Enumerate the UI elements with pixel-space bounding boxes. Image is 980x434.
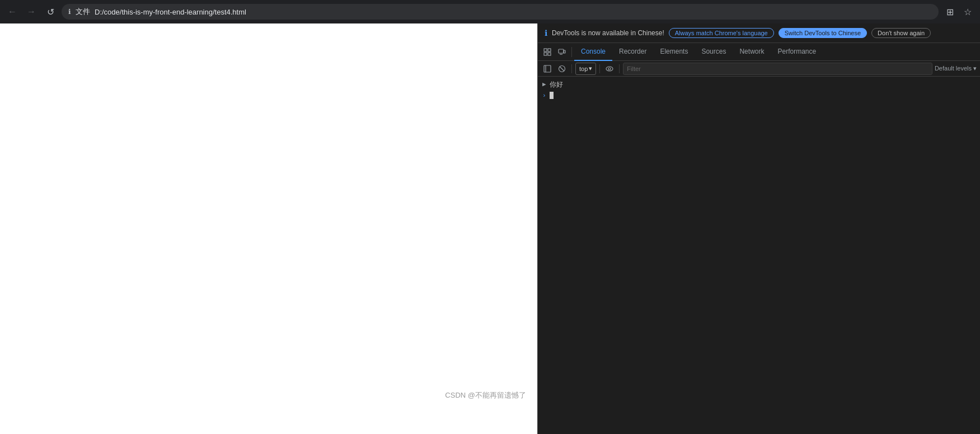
toolbar-separator3	[619, 64, 620, 73]
bookmark-icon: ☆	[964, 7, 972, 17]
output-text: 你好	[550, 80, 563, 89]
always-match-button[interactable]: Always match Chrome's language	[669, 28, 774, 38]
tab-separator	[571, 47, 572, 57]
context-label: top	[579, 65, 588, 72]
tab-network[interactable]: Network	[733, 43, 771, 61]
address-bar[interactable]: ℹ 文件 D:/code/this-is-my-front-end-learni…	[62, 4, 939, 20]
devtools-panel: ℹ DevTools is now available in Chinese! …	[537, 23, 980, 434]
svg-rect-0	[544, 49, 547, 51]
svg-rect-7	[544, 65, 551, 72]
toolbar-separator2	[599, 64, 600, 73]
filter-input[interactable]	[623, 65, 932, 72]
context-arrow: ▾	[589, 65, 592, 72]
address-icon: ℹ	[68, 8, 71, 16]
tab-performance[interactable]: Performance	[771, 43, 823, 61]
sidebar-button[interactable]	[541, 63, 554, 75]
default-levels-button[interactable]: Default levels ▾	[935, 65, 977, 72]
devtools-notification: ℹ DevTools is now available in Chinese! …	[538, 23, 980, 43]
browser-toolbar: ← → ↺ ℹ 文件 D:/code/this-is-my-front-end-…	[0, 0, 980, 23]
svg-rect-5	[564, 50, 565, 53]
console-output: ▶ 你好 ›	[538, 77, 980, 434]
reload-icon: ↺	[47, 7, 54, 17]
toolbar-right: ⊞ ☆	[942, 4, 976, 20]
dismiss-button[interactable]: Don't show again	[871, 28, 931, 38]
tab-elements[interactable]: Elements	[653, 43, 695, 61]
page-content: CSDN @不能再留遗憾了	[0, 23, 537, 434]
device-toolbar-icon[interactable]	[555, 45, 569, 59]
devtools-tabs: Console Recorder Elements Sources Networ…	[538, 43, 980, 61]
filter-box[interactable]	[623, 63, 932, 75]
url-text: D:/code/this-is-my-front-end-learning/te…	[95, 8, 246, 16]
reload-button[interactable]: ↺	[43, 4, 58, 20]
forward-button[interactable]: →	[24, 4, 39, 20]
svg-point-11	[606, 67, 613, 71]
clear-console-button[interactable]	[556, 63, 568, 75]
forward-icon: →	[27, 7, 36, 17]
translate-icon: ⊞	[946, 7, 954, 17]
main-area: CSDN @不能再留遗憾了 ℹ DevTools is now availabl…	[0, 23, 980, 434]
console-toolbar: top ▾ Default levels ▾	[538, 61, 980, 77]
bookmark-button[interactable]: ☆	[960, 4, 976, 20]
back-icon: ←	[8, 7, 17, 17]
watermark: CSDN @不能再留遗憾了	[445, 390, 526, 400]
toolbar-separator	[571, 64, 572, 73]
back-button[interactable]: ←	[4, 4, 20, 20]
svg-rect-2	[544, 53, 547, 55]
svg-rect-3	[548, 53, 551, 55]
switch-devtools-button[interactable]: Switch DevTools to Chinese	[779, 28, 867, 38]
svg-rect-4	[559, 49, 564, 53]
translate-button[interactable]: ⊞	[942, 4, 958, 20]
expand-arrow[interactable]: ▶	[542, 80, 546, 88]
svg-line-10	[560, 67, 564, 71]
console-prompt-line[interactable]: ›	[538, 91, 980, 101]
notification-text: DevTools is now available in Chinese!	[552, 29, 664, 37]
inspect-element-icon[interactable]	[540, 45, 555, 59]
svg-point-12	[608, 68, 611, 70]
address-label: 文件	[76, 7, 90, 17]
console-cursor	[550, 92, 554, 99]
prompt-arrow: ›	[542, 92, 546, 99]
tab-recorder[interactable]: Recorder	[612, 43, 653, 61]
eye-button[interactable]	[603, 63, 616, 75]
info-icon: ℹ	[545, 29, 547, 37]
console-output-line: ▶ 你好	[538, 79, 980, 91]
tab-sources[interactable]: Sources	[695, 43, 733, 61]
svg-rect-1	[548, 49, 551, 51]
context-selector[interactable]: top ▾	[575, 63, 596, 75]
tab-console[interactable]: Console	[574, 43, 612, 61]
